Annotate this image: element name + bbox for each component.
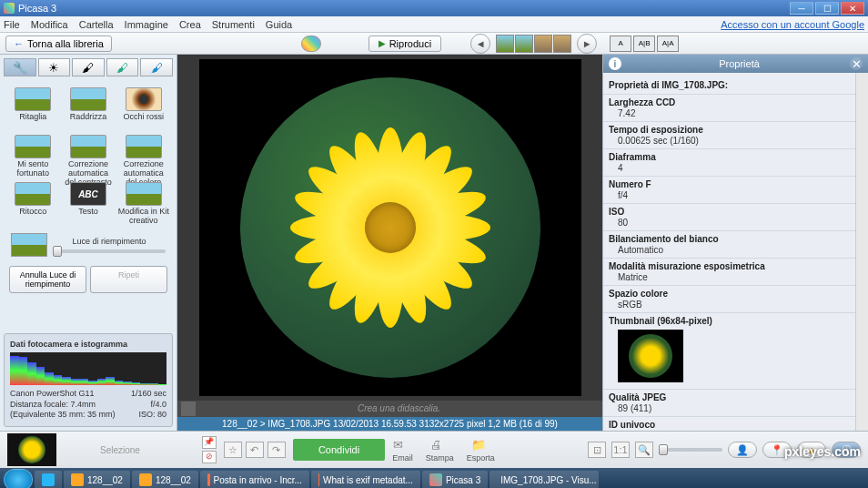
properties-panel: i Proprietà ✕ Proprietà di IMG_1708.JPG:… xyxy=(602,55,868,431)
tab-effects-extra[interactable]: 🖌 xyxy=(140,58,173,76)
next-image-button[interactable]: ► xyxy=(577,34,597,54)
property-label: Modalità misurazione esposimetrica xyxy=(609,261,850,271)
strip-thumb[interactable] xyxy=(515,35,533,53)
aperture: f/4.0 xyxy=(131,400,167,411)
tab-tuning[interactable]: ☀ xyxy=(38,58,71,76)
tab-basic-fixes[interactable]: 🔧 xyxy=(4,58,36,76)
properties-scrollbar[interactable] xyxy=(855,73,868,431)
property-label: Spazio colore xyxy=(609,289,850,299)
minimize-button[interactable]: ─ xyxy=(790,2,813,15)
menu-folder[interactable]: Cartella xyxy=(79,19,114,30)
main-image[interactable] xyxy=(199,59,581,396)
property-value: 0.00625 sec (1/160) xyxy=(609,136,850,146)
edit-tools-panel: 🔧 ☀ 🖌 🖌 🖌 Ritaglia Raddrizza Occhi rossi… xyxy=(0,55,177,431)
rotate-left-button[interactable]: ↶ xyxy=(246,442,264,458)
selection-thumbnail[interactable] xyxy=(7,433,56,466)
histogram-title: Dati fotocamera e istogramma xyxy=(10,340,167,349)
fill-light-label: Luce di riempimento xyxy=(53,237,166,246)
menu-create[interactable]: Crea xyxy=(179,19,201,30)
view-mode-single[interactable]: A xyxy=(610,36,631,52)
tool-redeye[interactable]: Occhi rossi xyxy=(117,87,169,131)
taskbar-item[interactable]: Picasa 3 xyxy=(422,471,488,488)
menu-image[interactable]: Immagine xyxy=(125,19,168,30)
taskbar-item[interactable]: Posta in arrivo - Incr... xyxy=(200,471,309,488)
actual-size-button[interactable]: 1:1 xyxy=(611,442,630,458)
menu-edit[interactable]: Modifica xyxy=(31,19,68,30)
tool-text[interactable]: ABCTesto xyxy=(63,182,115,226)
prev-image-button[interactable]: ◄ xyxy=(470,34,490,54)
taskbar-item[interactable]: What is exif metadat... xyxy=(311,471,420,488)
taskbar-item[interactable]: IMG_1708.JPG - Visu... xyxy=(490,471,599,488)
property-label: Larghezza CCD xyxy=(609,97,850,107)
fit-button[interactable]: ⊡ xyxy=(588,442,606,458)
play-slideshow-button[interactable]: Riproduci xyxy=(368,36,441,52)
tag-people-button[interactable]: 👤 xyxy=(728,442,757,458)
email-button[interactable]: ✉Email xyxy=(392,438,413,463)
strip-thumb[interactable] xyxy=(496,35,514,53)
google-account-link[interactable]: Accesso con un account Google xyxy=(721,19,864,30)
property-row: ISO80 xyxy=(603,203,855,230)
close-button[interactable]: ✕ xyxy=(841,2,864,15)
taskbar-item[interactable] xyxy=(35,471,62,488)
tool-crop[interactable]: Ritaglia xyxy=(7,87,59,131)
property-label: Diaframma xyxy=(609,152,850,162)
tab-effects-more[interactable]: 🖌 xyxy=(106,58,139,76)
focal-equiv: (Equivalente 35 mm: 35 mm) xyxy=(10,410,116,421)
redo-button: Ripeti xyxy=(90,266,167,293)
view-mode-compare[interactable]: A|B xyxy=(633,36,655,52)
property-label: Numero F xyxy=(609,179,850,189)
property-row: Tempo di esposizione0.00625 sec (1/160) xyxy=(603,121,855,148)
property-row: Numero Ff/4 xyxy=(603,176,855,203)
tool-auto-color[interactable]: Correzione automatica del colore xyxy=(117,135,169,178)
tool-straighten[interactable]: Raddrizza xyxy=(63,87,115,131)
image-status-bar: 128__02 > IMG_1708.JPG 13/02/2013 16.59.… xyxy=(177,417,602,431)
pin-button[interactable]: 📌 xyxy=(202,436,217,449)
export-button[interactable]: 📁Esporta xyxy=(467,438,495,463)
maximize-button[interactable]: ☐ xyxy=(815,2,839,15)
strip-thumb[interactable] xyxy=(534,35,552,53)
property-value: sRGB xyxy=(609,300,850,310)
focal-length: Distanza focale: 7.4mm xyxy=(10,400,116,411)
menu-file[interactable]: File xyxy=(4,19,20,30)
start-button[interactable] xyxy=(4,469,33,488)
menu-help[interactable]: Guida xyxy=(266,19,292,30)
back-to-library-button[interactable]: Torna alla libreria xyxy=(5,36,112,52)
fill-light-preview xyxy=(11,233,47,257)
property-row: Spazio coloresRGB xyxy=(603,285,855,312)
taskbar-item[interactable]: 128__02 xyxy=(132,471,198,488)
property-label: Thumbnail (96x84-pixel) xyxy=(609,316,850,326)
property-thumbnail xyxy=(618,330,683,382)
property-row: ID univoco0101338e63824909abfe7f0cded041… xyxy=(603,416,855,431)
tool-lucky[interactable]: Mi sento fortunato xyxy=(7,135,59,178)
share-button[interactable]: Condividi xyxy=(293,439,385,461)
property-value: 7.42 xyxy=(609,108,850,118)
loupe-button[interactable]: 🔍 xyxy=(635,442,653,458)
properties-header: Proprietà xyxy=(629,58,850,69)
app-icon xyxy=(4,3,15,14)
tool-auto-contrast[interactable]: Correzione automatica del contrasto xyxy=(63,135,115,178)
property-row: Thumbnail (96x84-pixel) xyxy=(603,312,855,389)
tool-creative-kit[interactable]: Modifica in Kit creativo xyxy=(117,182,169,226)
tab-effects-brush[interactable]: 🖌 xyxy=(72,58,105,76)
camera-model: Canon PowerShot G11 xyxy=(10,389,116,400)
menu-tools[interactable]: Strumenti xyxy=(212,19,255,30)
properties-title: Proprietà di IMG_1708.JPG: xyxy=(603,73,855,94)
windows-taskbar: 128__02 128__02 Posta in arrivo - Incr..… xyxy=(0,468,868,488)
view-mode-mirror[interactable]: A|A xyxy=(657,36,679,52)
undo-button[interactable]: Annulla Luce di riempimento xyxy=(9,266,86,293)
taskbar-item[interactable]: 128__02 xyxy=(64,471,130,488)
property-value: Matrice xyxy=(609,272,850,282)
palette-icon[interactable] xyxy=(301,36,321,52)
print-button[interactable]: 🖨Stampa xyxy=(426,438,454,463)
zoom-slider[interactable] xyxy=(659,448,722,452)
rotate-right-button[interactable]: ↷ xyxy=(267,442,286,458)
fill-light-slider[interactable] xyxy=(53,249,166,253)
star-button[interactable]: ☆ xyxy=(224,442,242,458)
property-row: Qualità JPEG89 (411) xyxy=(603,389,855,416)
caption-bar[interactable]: Crea una didascalia. xyxy=(177,401,602,417)
clear-button[interactable]: ⊘ xyxy=(202,451,217,463)
close-properties-button[interactable]: ✕ xyxy=(850,57,863,70)
strip-thumb[interactable] xyxy=(553,35,571,53)
tool-retouch[interactable]: Ritocco xyxy=(7,182,59,226)
property-value: f/4 xyxy=(609,190,850,200)
